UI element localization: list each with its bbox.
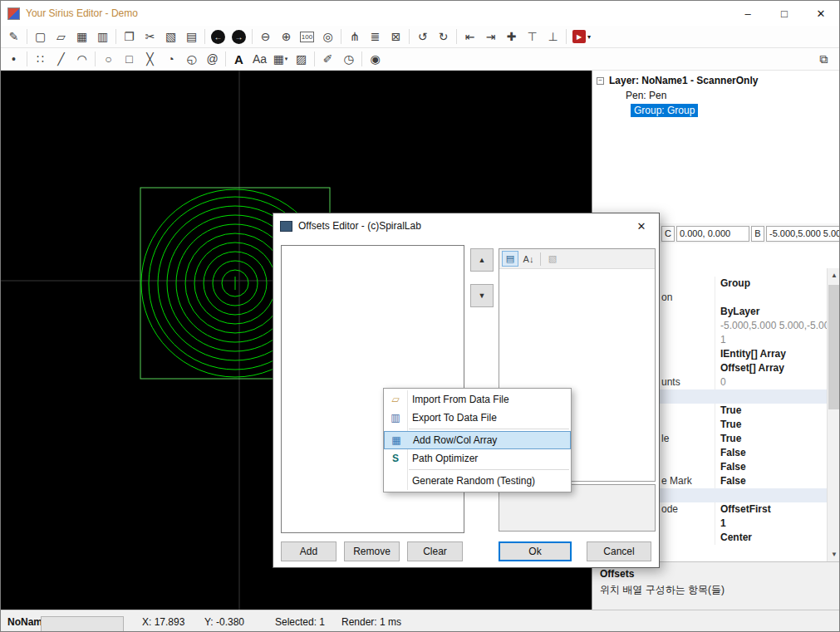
menu-item-import[interactable]: ▱ Import From Data File [384,390,571,409]
points-cloud-icon[interactable]: ∷ [30,50,51,69]
align-center-icon[interactable]: ✚ [501,27,522,47]
categorized-icon[interactable]: ▤ [502,251,518,267]
copy-icon[interactable]: ❐ [119,27,140,47]
menu-item-export[interactable]: ▥ Export To Data File [384,409,571,427]
delete-icon[interactable]: ⊠ [386,27,406,47]
property-pages-icon[interactable]: ▧ [544,251,561,267]
move-up-button[interactable]: ▲ [470,248,494,272]
align-right-icon[interactable]: ⇥ [480,27,501,47]
menu-item-label: Export To Data File [407,412,497,424]
point-icon[interactable]: • [3,50,24,69]
zoom-100-icon[interactable]: 100 [297,27,317,47]
zoom-fit-icon[interactable]: ◎ [317,27,338,47]
toolbar-separator [341,29,341,44]
rotate-ccw-icon[interactable]: ↺ [412,27,433,47]
line-icon[interactable]: ╱ [51,50,71,69]
text-style-icon[interactable]: Aa [249,50,270,69]
new-file-icon[interactable]: ▢ [30,27,51,47]
open-folder-icon: ▱ [384,394,407,405]
tree-item-layer[interactable]: − Layer: NoName1 - ScannerOnly [592,73,840,88]
dialog-title: Offsets Editor - (c)SpiralLab [298,220,421,232]
edit-icon[interactable]: ✎ [3,27,24,47]
property-value: 1 [715,517,827,531]
undo-icon[interactable]: ← [208,27,228,47]
ok-button[interactable]: Ok [499,541,572,561]
circle-icon[interactable]: ○ [98,50,119,69]
coord-cell[interactable]: 0.000, 0.000 [676,226,749,242]
layer-tree: − Layer: NoName1 - ScannerOnly Pen: Pen … [592,71,840,223]
coord-cell[interactable]: -5.000,5.000 5.000,-5. [766,226,840,242]
status-selected: Selected: 1 [275,616,325,628]
paste-icon[interactable]: ▧ [160,27,181,47]
property-value [715,291,827,305]
align-bottom-icon[interactable]: ⊥ [543,27,563,47]
open-file-icon[interactable]: ▱ [51,27,71,47]
scroll-down-icon[interactable]: ▼ [828,547,840,561]
remove-button[interactable]: Remove [344,541,400,561]
add-button[interactable]: Add [281,541,336,561]
layers-icon[interactable]: ⧉ [813,50,834,69]
minimize-button[interactable]: – [729,1,766,26]
menu-item-generate-random[interactable]: Generate Random (Testing) [384,472,571,490]
main-toolbar: ✎ ▢ ▱ ▦ ▥ ❐ ✂ ▧ ▤ ← → ⊖ ⊕ 100 ◎ ⋔ ≣ ⊠ ↺ … [1,26,839,48]
zoom-out-icon[interactable]: ⊖ [255,27,276,47]
chevron-down-icon: ▾ [587,33,591,41]
laser-dot-icon[interactable]: ◉ [365,50,386,69]
scrollbar[interactable]: ▲ ▼ [827,268,840,561]
pie-icon[interactable]: ◔ [160,50,181,69]
coord-label-c: C [661,226,675,242]
redo-icon[interactable]: → [228,27,249,47]
barcode-icon[interactable]: ▦ ▾ [270,50,291,69]
zoom-in-icon[interactable]: ⊕ [276,27,297,47]
clipboard-icon[interactable]: ▤ [181,27,202,47]
tree-item-group[interactable]: Group: Group [592,103,840,118]
rotate-cw-icon[interactable]: ↻ [433,27,454,47]
arc-segment-icon[interactable]: ◵ [181,50,202,69]
status-x: X: 17.893 [142,616,184,628]
toolbar-separator [409,29,410,44]
measure-icon[interactable]: ⋔ [344,27,365,47]
timer-icon[interactable]: ◷ [338,50,359,69]
image-icon[interactable]: ▨ [291,50,312,69]
spiral-icon[interactable]: @ [202,50,223,69]
toolbar-separator [566,29,567,44]
rectangle-icon[interactable]: □ [119,50,140,69]
trim-icon[interactable]: ╳ [140,50,160,69]
clear-button[interactable]: Clear [407,541,463,561]
collapse-icon[interactable]: − [597,77,604,85]
property-value: True [715,404,827,418]
document-name-field[interactable] [41,616,124,632]
pen-icon[interactable]: ✐ [317,50,338,69]
align-left-icon[interactable]: ⇤ [459,27,480,47]
toolbar-separator [252,29,253,44]
dialog-close-button[interactable]: ✕ [624,213,659,238]
tree-item-pen[interactable]: Pen: Pen [592,88,840,103]
entity-list-icon[interactable]: ≣ [365,27,386,47]
property-value: ByLayer [715,305,827,319]
dialog-title-bar[interactable]: Offsets Editor - (c)SpiralLab [273,213,659,238]
save-icon[interactable]: ▦ [71,27,92,47]
align-top-icon[interactable]: ⊤ [522,27,543,47]
property-description-pane: Offsets 위치 배열 구성하는 항목(들) [592,561,840,610]
menu-item-add-rowcol-array[interactable]: ▦ Add Row/Col Array [384,431,571,449]
cut-icon[interactable]: ✂ [140,27,160,47]
text-icon[interactable]: A [228,50,249,69]
draw-toolbar: • ∷ ╱ ◠ ○ □ ╳ ◔ ◵ @ A Aa ▦ ▾ ▨ ✐ ◷ ◉ ⧉ [1,48,839,71]
title-bar: Your Sirius Editor - Demo – □ ✕ [1,1,839,26]
scroll-up-icon[interactable]: ▲ [828,268,840,282]
close-button[interactable]: ✕ [803,1,839,26]
arc-icon[interactable]: ◠ [71,50,92,69]
menu-item-path-optimizer[interactable]: S Path Optimizer [384,449,571,468]
alphabetical-sort-icon[interactable]: A↓ [520,251,537,267]
property-value: IEntity[] Array [715,347,827,361]
cancel-button[interactable]: Cancel [587,541,651,561]
scrollbar-thumb[interactable] [828,285,840,409]
maximize-button[interactable]: □ [766,1,803,26]
menu-item-label: Add Row/Col Array [408,434,497,446]
save-as-icon[interactable]: ▥ [92,27,113,47]
start-marker-button[interactable]: ▶ ▾ [572,30,591,43]
move-down-button[interactable]: ▼ [470,284,494,307]
coord-label-b: B [751,226,764,242]
tree-item-label: Pen: Pen [626,90,666,101]
menu-item-label: Generate Random (Testing) [407,475,535,487]
